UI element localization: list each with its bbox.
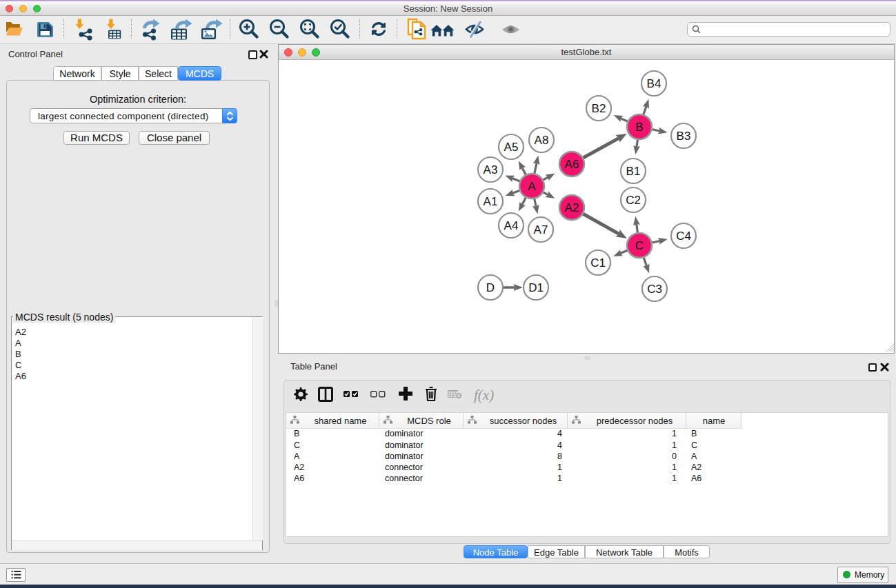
svg-text:A7: A7 [534,223,548,236]
svg-text:A2: A2 [565,201,579,214]
svg-text:C3: C3 [647,283,662,296]
svg-text:B3: B3 [677,130,691,143]
svg-text:C4: C4 [676,230,691,243]
svg-text:C: C [635,239,644,252]
svg-text:B1: B1 [626,165,641,178]
svg-text:A6: A6 [565,158,579,171]
svg-text:A5: A5 [504,141,519,154]
svg-text:B2: B2 [592,102,606,115]
svg-text:D: D [486,281,495,294]
svg-text:A8: A8 [535,134,549,147]
svg-text:B4: B4 [647,77,661,90]
svg-text:C2: C2 [626,194,641,207]
svg-text:D1: D1 [528,281,544,294]
svg-text:A1: A1 [484,195,498,208]
svg-text:A3: A3 [484,163,498,176]
svg-text:A4: A4 [504,219,519,232]
svg-text:A: A [528,180,536,193]
svg-text:B: B [635,121,643,134]
svg-text:C1: C1 [590,256,606,270]
